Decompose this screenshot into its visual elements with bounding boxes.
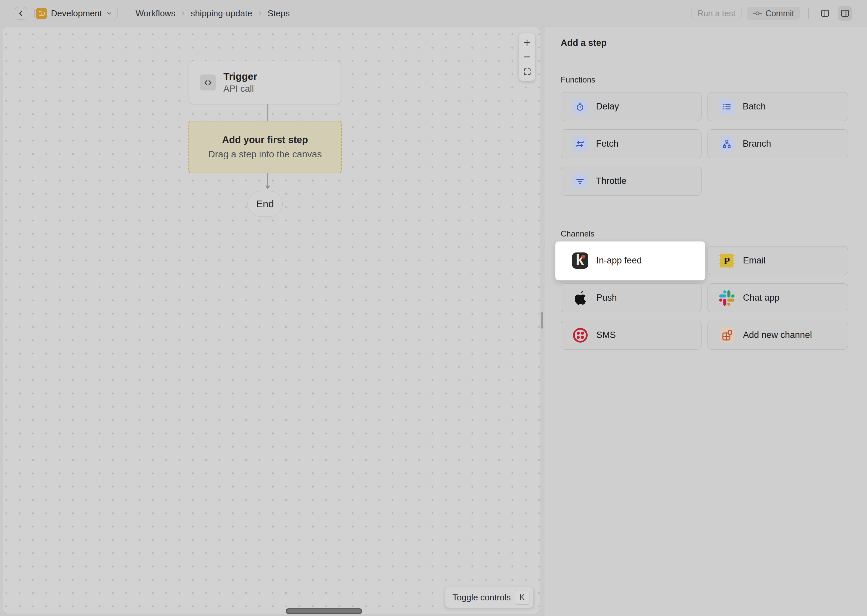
workflow-canvas[interactable]: Trigger API call Add your first step Dra… <box>3 27 540 614</box>
environment-name: Development <box>51 8 102 19</box>
list-icon <box>719 99 735 115</box>
org-chart-icon <box>719 136 735 152</box>
step-card-delay[interactable]: Delay <box>561 92 701 121</box>
commit-label: Commit <box>765 9 794 18</box>
add-step-panel: Add a step Functions Delay Batch <box>545 27 867 616</box>
breadcrumb: Workflows shipping-update Steps <box>136 8 290 19</box>
workflow-editor-window: Development Workflows shipping-update St… <box>0 0 867 616</box>
chevron-right-icon <box>180 10 186 16</box>
keyboard-shortcut-key: K <box>515 590 530 605</box>
toolbar-divider <box>809 8 809 19</box>
top-bar: Development Workflows shipping-update St… <box>0 0 867 27</box>
add-first-step-dropzone[interactable]: Add your first step Drag a step into the… <box>188 121 342 173</box>
dropzone-title: Add your first step <box>222 134 308 145</box>
chevron-left-icon <box>17 9 25 17</box>
twilio-logo <box>572 327 588 343</box>
commit-button[interactable]: Commit <box>747 7 800 20</box>
functions-section-label: Functions <box>561 75 848 85</box>
step-card-fetch[interactable]: Fetch <box>561 129 701 158</box>
back-button[interactable] <box>15 7 27 20</box>
minus-icon <box>523 53 531 61</box>
trigger-step-node[interactable]: Trigger API call <box>189 61 341 104</box>
vertical-scrollbar-thumb[interactable] <box>541 312 543 328</box>
step-card-add-new-channel[interactable]: Add new channel <box>708 321 848 350</box>
plus-icon <box>523 38 531 47</box>
swap-arrows-icon <box>572 136 588 152</box>
breadcrumb-steps[interactable]: Steps <box>268 8 290 19</box>
trigger-subtitle: API call <box>224 84 257 94</box>
step-card-chat-app[interactable]: Chat app <box>708 283 848 312</box>
toggle-left-panel-button[interactable] <box>818 6 832 20</box>
step-card-batch[interactable]: Batch <box>708 92 848 121</box>
run-a-test-button[interactable]: Run a test <box>692 7 741 20</box>
top-bar-actions: Run a test Commit <box>692 6 852 20</box>
functions-grid: Delay Batch Fetch <box>561 92 848 196</box>
chevron-down-icon <box>106 10 112 17</box>
channels-section-label: Channels <box>561 229 848 239</box>
edge-placeholder-to-end <box>267 173 268 186</box>
toggle-controls-label: Toggle controls <box>452 592 511 603</box>
panel-right-icon <box>840 8 850 18</box>
end-node[interactable]: End <box>247 191 283 217</box>
canvas-zoom-controls <box>519 33 535 81</box>
toggle-controls-button[interactable]: Toggle controls K <box>445 587 534 608</box>
dropzone-subtitle: Drag a step into the canvas <box>208 149 322 160</box>
panel-left-icon <box>820 8 830 18</box>
edge-trigger-to-placeholder <box>267 104 268 121</box>
postmark-stamp-logo: P <box>719 253 735 269</box>
zoom-out-button[interactable] <box>520 50 534 63</box>
environment-selector[interactable]: Development <box>34 7 118 20</box>
zoom-in-button[interactable] <box>520 36 534 49</box>
fit-to-screen-button[interactable] <box>520 65 534 78</box>
environment-folder-icon <box>36 8 47 19</box>
funnel-lines-icon <box>572 173 588 189</box>
step-card-branch[interactable]: Branch <box>708 129 848 158</box>
step-card-throttle[interactable]: Throttle <box>561 167 701 196</box>
step-card-in-app-feed[interactable]: k In-app feed <box>561 246 701 275</box>
breadcrumb-workflow-name[interactable]: shipping-update <box>191 8 252 19</box>
step-card-push[interactable]: Push <box>561 283 701 312</box>
fit-to-screen-icon <box>523 68 531 76</box>
step-card-sms[interactable]: SMS <box>561 321 701 350</box>
stopwatch-icon <box>572 99 588 115</box>
horizontal-scrollbar-thumb[interactable] <box>286 608 362 614</box>
edge-arrow-head <box>265 185 270 189</box>
grid-add-icon <box>719 327 735 343</box>
panel-header: Add a step <box>545 27 867 59</box>
step-card-email[interactable]: P Email <box>708 246 848 275</box>
panel-title: Add a step <box>561 38 607 48</box>
channels-grid: k In-app feed P Email Push <box>561 246 848 350</box>
panel-body: Functions Delay Batch <box>545 75 867 350</box>
toggle-right-panel-button[interactable] <box>838 6 852 20</box>
breadcrumb-workflows[interactable]: Workflows <box>136 8 175 19</box>
code-brackets-icon <box>200 74 216 91</box>
commit-icon <box>752 8 763 18</box>
slack-logo <box>719 290 735 306</box>
knock-logo: k <box>572 253 588 269</box>
trigger-title: Trigger <box>224 71 257 82</box>
apple-logo <box>572 290 588 306</box>
chevron-right-icon <box>257 10 263 16</box>
